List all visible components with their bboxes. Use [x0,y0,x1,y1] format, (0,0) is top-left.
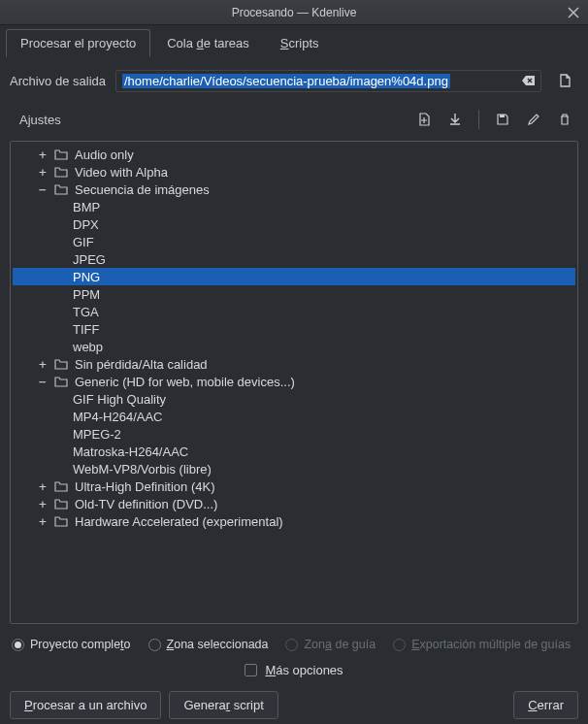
tab-render[interactable]: Procesar el proyecto [6,29,150,57]
expand-icon[interactable]: + [36,357,49,372]
tree-folder-label: Secuencia de imágenes [75,182,210,197]
trash-icon [558,113,572,126]
download-icon [448,113,462,126]
folder-icon [53,164,69,180]
tree-preset-label: GIF [73,235,94,249]
render-range-row: Proyecto completo Zona seleccionada Zona… [0,630,588,659]
generate-script-button[interactable]: Generar script [169,691,278,719]
tree-preset-label: GIF High Quality [73,392,166,407]
tree-preset-label: PNG [73,270,100,284]
preset-download-button[interactable] [441,108,469,131]
folder-icon [53,147,69,162]
save-icon [496,113,509,126]
preset-save-button[interactable] [489,108,516,131]
tree-folder[interactable]: +Video with Alpha [13,163,575,181]
svg-rect-0 [500,115,505,117]
tree-folder-label: Generic (HD for web, mobile devices...) [75,375,295,389]
collapse-icon[interactable]: − [36,182,49,197]
window-close-button[interactable] [565,4,582,21]
close-icon [568,7,579,18]
tree-folder[interactable]: +Audio only [13,146,575,163]
expand-icon[interactable]: + [36,165,49,180]
tree-preset-label: Matroska-H264/AAC [73,444,188,459]
expand-icon[interactable]: + [36,514,49,529]
tree-preset-item[interactable]: GIF [13,233,575,250]
tree-preset-item[interactable]: MP4-H264/AAC [13,408,575,425]
window-titlebar: Procesando — Kdenlive [0,0,588,25]
output-file-path: /home/charlie/Vídeos/secuencia-prueba/im… [122,74,450,88]
output-clear-button[interactable] [521,73,537,88]
close-button[interactable]: Cerrar [513,691,578,719]
tree-preset-label: TGA [73,305,99,319]
more-options-checkbox[interactable] [245,664,257,676]
tree-preset-item[interactable]: TGA [13,303,575,320]
collapse-icon[interactable]: − [36,375,49,389]
dialog-button-row: Procesar a un archivo Generar script Cer… [0,687,588,724]
tree-preset-item[interactable]: PPM [13,285,575,303]
tab-queue[interactable]: Cola de tareas [152,29,264,57]
tree-preset-label: WebM-VP8/Vorbis (libre) [73,462,212,477]
toolbar-divider [478,110,479,129]
tree-preset-item[interactable]: WebM-VP8/Vorbis (libre) [13,460,575,477]
tree-folder[interactable]: −Generic (HD for web, mobile devices...) [13,373,575,390]
output-file-row: Archivo de salida /home/charlie/Vídeos/s… [0,57,588,100]
more-options-label: Más opciones [265,663,343,677]
tree-folder[interactable]: −Secuencia de imágenes [13,181,575,198]
folder-icon [53,356,69,372]
tree-folder[interactable]: +Ultra-High Definition (4K) [13,477,575,495]
tree-preset-item[interactable]: GIF High Quality [13,390,575,408]
folder-icon [53,181,69,197]
tree-preset-item[interactable]: webp [13,338,575,355]
tree-preset-label: MP4-H264/AAC [73,410,162,424]
preset-edit-button[interactable] [520,108,547,131]
presets-label: Ajustes [19,113,407,127]
tree-preset-label: PPM [73,287,100,302]
tree-preset-item[interactable]: MPEG-2 [13,425,575,443]
tree-preset-item[interactable]: JPEG [13,250,575,268]
tree-preset-item[interactable]: BMP [13,198,575,215]
tree-preset-item[interactable]: DPX [13,215,575,233]
tree-folder[interactable]: +Sin pérdida/Alta calidad [13,355,575,373]
folder-icon [53,374,69,389]
tab-scripts[interactable]: Scripts [266,29,334,57]
folder-icon [53,478,69,494]
tree-folder-label: Sin pérdida/Alta calidad [75,357,208,372]
tab-bar: Procesar el proyecto Cola de tareas Scri… [0,25,588,57]
tree-folder-label: Audio only [75,148,134,162]
radio-multi-export: Exportación múltiple de guías [393,638,571,651]
tree-folder[interactable]: +Old-TV definition (DVD...) [13,495,575,512]
tree-preset-label: DPX [73,217,99,232]
tree-preset-item[interactable]: PNG [13,268,575,285]
tree-preset-label: MPEG-2 [73,427,121,442]
expand-icon[interactable]: + [36,497,49,511]
more-options-row[interactable]: Más opciones [0,659,588,687]
folder-icon [53,513,69,529]
tree-preset-label: JPEG [73,252,106,267]
tree-preset-label: TIFF [73,322,99,337]
tree-folder-label: Old-TV definition (DVD...) [75,497,217,511]
preset-delete-button[interactable] [551,108,578,131]
tree-preset-label: BMP [73,200,100,214]
tree-folder-label: Ultra-High Definition (4K) [75,479,215,494]
output-file-label: Archivo de salida [10,74,106,88]
output-file-input[interactable]: /home/charlie/Vídeos/secuencia-prueba/im… [115,70,541,92]
window-title: Procesando — Kdenlive [232,6,357,19]
preset-tree[interactable]: +Audio only+Video with Alpha−Secuencia d… [10,141,578,624]
radio-guide-zone: Zona de guía [285,638,376,651]
presets-toolbar: Ajustes [0,100,588,137]
tree-preset-label: webp [73,340,103,354]
output-browse-button[interactable] [551,69,578,92]
radio-selected-zone[interactable]: Zona seleccionada [148,638,269,651]
tree-folder-label: Video with Alpha [75,165,168,180]
render-to-file-button[interactable]: Procesar a un archivo [10,691,161,719]
preset-new-button[interactable] [410,108,438,131]
tree-preset-item[interactable]: Matroska-H264/AAC [13,443,575,460]
tree-folder[interactable]: +Hardware Accelerated (experimental) [13,512,575,530]
expand-icon[interactable]: + [36,148,49,162]
tree-folder-label: Hardware Accelerated (experimental) [75,514,283,529]
tree-preset-item[interactable]: TIFF [13,320,575,338]
document-new-icon [417,113,431,126]
radio-full-project[interactable]: Proyecto completo [12,638,131,651]
pencil-icon [527,113,540,126]
expand-icon[interactable]: + [36,479,49,494]
